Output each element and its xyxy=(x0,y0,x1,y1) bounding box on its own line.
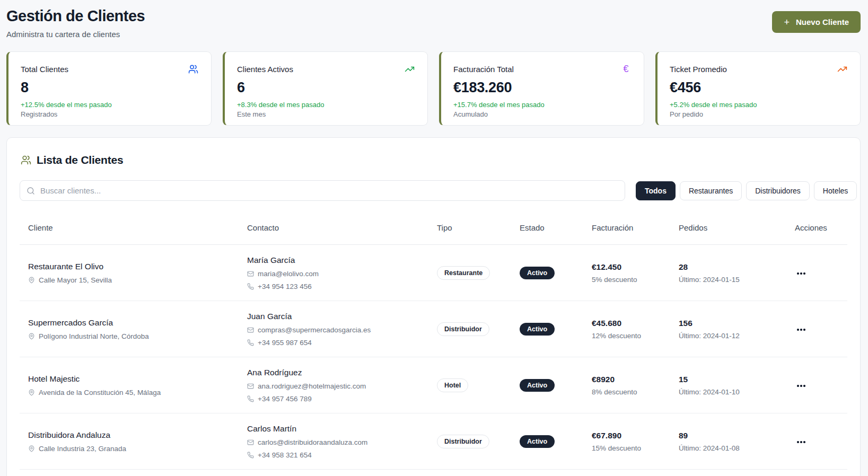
phone-icon xyxy=(247,395,254,402)
contact-phone: +34 955 987 654 xyxy=(258,339,312,347)
contact-name: Carlos Martín xyxy=(247,424,428,434)
search-input[interactable] xyxy=(40,186,618,195)
type-cell: Hotel xyxy=(428,378,511,392)
phone-icon xyxy=(247,452,254,459)
billing-cell: €67.890 15% descuento xyxy=(583,431,670,452)
row-actions-button[interactable] xyxy=(795,437,808,447)
contact-phone: +34 954 123 456 xyxy=(258,283,312,290)
filter-restaurantes[interactable]: Restaurantes xyxy=(680,181,742,200)
orders-cell: 156 Último: 2024-01-12 xyxy=(670,319,786,340)
column-header-estado: Estado xyxy=(511,223,583,232)
stat-card-ticket-promedio: Ticket Promedio €456 +5.2% desde el mes … xyxy=(655,51,861,126)
row-actions-button[interactable] xyxy=(795,381,808,391)
billing-discount: 12% descuento xyxy=(592,332,670,340)
contact-phone: +34 957 456 789 xyxy=(258,395,312,403)
client-table-body: Restaurante El Olivo Calle Mayor 15, Sev… xyxy=(20,245,847,470)
map-pin-icon xyxy=(28,277,35,284)
page-title: Gestión de Clientes xyxy=(6,7,145,25)
mail-icon xyxy=(247,327,254,333)
map-pin-icon xyxy=(28,389,35,396)
new-client-button[interactable]: + Nuevo Cliente xyxy=(772,11,861,33)
filter-hoteles[interactable]: Hoteles xyxy=(814,181,857,200)
stat-card-title: Clientes Activos xyxy=(237,65,293,74)
filter-distribuidores[interactable]: Distribuidores xyxy=(746,181,810,200)
client-cell: Supermercados García Polígono Industrial… xyxy=(20,318,239,340)
billing-discount: 8% descuento xyxy=(592,388,670,396)
map-pin-icon xyxy=(28,333,35,340)
contact-email: ana.rodriguez@hotelmajestic.com xyxy=(258,382,366,390)
billing-discount: 15% descuento xyxy=(592,444,670,452)
billing-amount: €8920 xyxy=(592,375,670,384)
search-box[interactable] xyxy=(20,180,625,201)
orders-cell: 15 Último: 2024-01-10 xyxy=(670,375,786,396)
status-badge: Activo xyxy=(520,323,555,336)
type-cell: Distribuidor xyxy=(428,322,511,336)
client-cell: Distribuidora Andaluza Calle Industria 2… xyxy=(20,430,239,453)
filter-todos[interactable]: Todos xyxy=(636,181,676,200)
orders-cell: 89 Último: 2024-01-08 xyxy=(670,431,786,452)
orders-count: 28 xyxy=(679,262,786,272)
stat-card-note: Registrados xyxy=(21,110,198,118)
contact-name: María García xyxy=(247,255,428,265)
client-name: Restaurante El Olivo xyxy=(28,262,239,271)
euro-icon: € xyxy=(621,64,631,74)
client-list-panel: Lista de Clientes Todos Restaurantes Dis… xyxy=(6,137,861,476)
new-client-button-label: Nuevo Cliente xyxy=(796,17,849,27)
contact-email: maria@elolivo.com xyxy=(258,270,319,278)
column-header-pedidos: Pedidos xyxy=(670,223,786,232)
client-name: Supermercados García xyxy=(28,318,239,328)
client-address: Calle Mayor 15, Sevilla xyxy=(39,276,112,284)
trending-up-icon xyxy=(837,64,847,74)
stat-card-note: Acumulado xyxy=(453,110,631,118)
plus-icon: + xyxy=(784,17,790,27)
trending-up-icon xyxy=(405,64,415,74)
stat-card-title: Ticket Promedio xyxy=(670,65,727,74)
stat-card-delta: +12.5% desde el mes pasado xyxy=(21,101,198,109)
stat-card-delta: +15.7% desde el mes pasado xyxy=(453,101,631,109)
actions-cell xyxy=(786,267,847,279)
contact-cell: Ana Rodríguez ana.rodriguez@hotelmajesti… xyxy=(239,368,428,403)
search-icon xyxy=(27,187,35,195)
orders-count: 15 xyxy=(679,375,786,384)
column-header-cliente: Cliente xyxy=(20,223,239,232)
type-badge: Distribuidor xyxy=(437,322,489,336)
page-subtitle: Administra tu cartera de clientes xyxy=(6,30,145,39)
contact-name: Juan García xyxy=(247,312,428,321)
status-cell: Activo xyxy=(511,267,583,279)
orders-count: 156 xyxy=(679,319,786,328)
stat-card-facturacion-total: Facturación Total € €183.260 +15.7% desd… xyxy=(439,51,644,126)
orders-cell: 28 Último: 2024-01-15 xyxy=(670,262,786,284)
page-header: Gestión de Clientes Administra tu carter… xyxy=(6,7,861,51)
type-cell: Distribuidor xyxy=(428,435,511,448)
actions-cell xyxy=(786,436,847,447)
mail-icon xyxy=(247,439,254,446)
phone-icon xyxy=(247,283,254,290)
table-row: Distribuidora Andaluza Calle Industria 2… xyxy=(20,413,847,470)
client-cell: Hotel Majestic Avenida de la Constitució… xyxy=(20,374,239,396)
type-cell: Restaurante xyxy=(428,266,511,280)
stat-card-title: Total Clientes xyxy=(21,65,68,74)
actions-cell xyxy=(786,380,847,391)
map-pin-icon xyxy=(28,445,35,452)
row-actions-button[interactable] xyxy=(795,268,808,279)
orders-last-date: Último: 2024-01-08 xyxy=(679,444,786,452)
status-badge: Activo xyxy=(520,379,555,392)
billing-cell: €45.680 12% descuento xyxy=(583,319,670,340)
status-badge: Activo xyxy=(520,435,555,448)
orders-last-date: Último: 2024-01-15 xyxy=(679,276,786,284)
orders-count: 89 xyxy=(679,431,786,440)
client-address: Polígono Industrial Norte, Córdoba xyxy=(39,332,149,340)
stat-card-delta: +5.2% desde el mes pasado xyxy=(670,101,847,109)
row-actions-button[interactable] xyxy=(795,324,808,335)
contact-cell: Carlos Martín carlos@distribuidoraandalu… xyxy=(239,424,428,459)
client-name: Distribuidora Andaluza xyxy=(28,430,239,440)
column-header-facturacion: Facturación xyxy=(583,223,670,232)
billing-amount: €45.680 xyxy=(592,319,670,328)
billing-cell: €8920 8% descuento xyxy=(583,375,670,396)
users-icon xyxy=(188,64,198,74)
contact-email: carlos@distribuidoraandaluza.com xyxy=(258,438,367,446)
stat-card-value: €456 xyxy=(670,80,847,96)
contact-cell: Juan García compras@supermercadosgarcia.… xyxy=(239,312,428,347)
contact-cell: María García maria@elolivo.com +34 954 1… xyxy=(239,255,428,290)
orders-last-date: Último: 2024-01-12 xyxy=(679,332,786,340)
